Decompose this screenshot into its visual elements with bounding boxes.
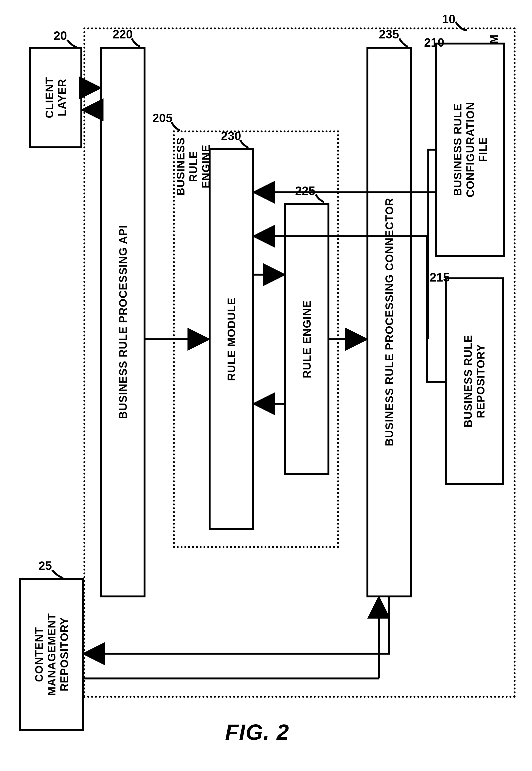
rule-module: RULE MODULE xyxy=(209,148,254,530)
config-file-ref: 210 xyxy=(424,36,444,49)
connector: BUSINESS RULE PROCESSING CONNECTOR xyxy=(366,47,412,597)
rule-module-label: RULE MODULE xyxy=(225,297,238,381)
connector-text: BUSINESS RULE PROCESSING CONNECTOR xyxy=(383,198,396,446)
rule-repo-ref: 215 xyxy=(430,270,450,284)
business-rule-engine-label: BUSINESS RULE ENGINE xyxy=(174,137,212,196)
rule-engine-label: RULE ENGINE xyxy=(301,300,313,378)
rule-module-ref: 230 xyxy=(221,129,241,143)
rule-engine-ref: 225 xyxy=(295,184,315,198)
diagram-canvas: BUSINESS RULE PROCESSING SYSTEM 10 CLIEN… xyxy=(0,0,532,771)
business-rule-engine-ref: 205 xyxy=(152,111,172,125)
rule-repo: BUSINESS RULE REPOSITORY xyxy=(445,277,504,485)
rule-engine: RULE ENGINE xyxy=(284,203,329,475)
figure-caption: FIG. 2 xyxy=(225,720,289,745)
connector-ref: 235 xyxy=(379,27,399,41)
config-file-label: BUSINESS RULE CONFIGURATION FILE xyxy=(451,102,489,197)
rule-repo-label: BUSINESS RULE REPOSITORY xyxy=(462,335,487,428)
config-file: BUSINESS RULE CONFIGURATION FILE xyxy=(435,43,505,257)
